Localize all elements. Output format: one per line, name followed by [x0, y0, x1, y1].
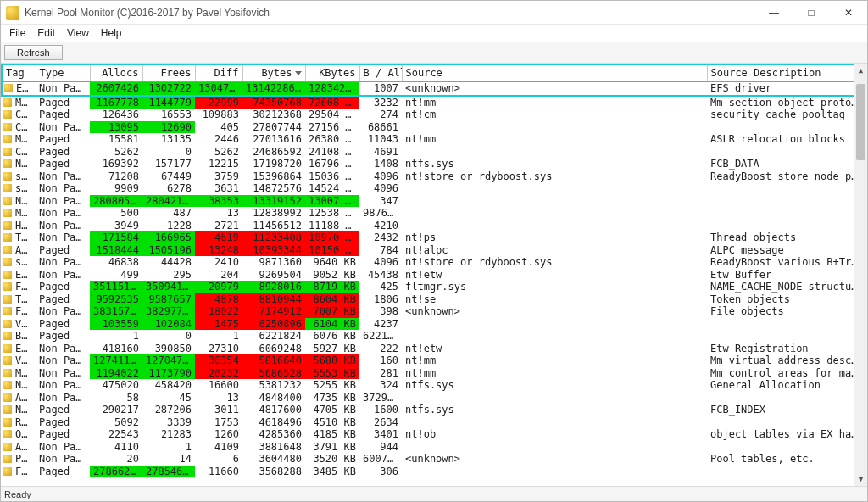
col-frees[interactable]: Frees [142, 64, 195, 81]
table-row[interactable]: CM25Paged5262052622468659224108 KB4691 [2, 146, 866, 159]
table-row[interactable]: CMScPaged126436165531098833021236829504 … [2, 109, 866, 121]
cell-frees: 45 [142, 392, 195, 404]
cell-allocs: 171584 [90, 231, 142, 244]
table-row[interactable]: BGIKPaged10162218246076 KB6221824 [2, 330, 866, 343]
table-row[interactable]: RvaLPaged50923339175346184964510 KB2634 [2, 416, 866, 429]
table-row[interactable]: EtwRNon Paged418160390850273106069248592… [2, 343, 866, 355]
cell-allocs: 58 [90, 392, 142, 404]
cell-frees: 27854608 [142, 466, 195, 478]
vertical-scrollbar[interactable]: ▲ ▼ [854, 64, 867, 486]
cell-type: Non Paged [36, 305, 90, 318]
col-tag[interactable]: Tag [2, 64, 36, 81]
cell-bytes: 3881648 [242, 441, 305, 454]
col-diff[interactable]: Diff [195, 64, 242, 81]
refresh-button[interactable]: Refresh [4, 45, 63, 60]
table-row[interactable]: smBtNon Paged4683844428241098713609640 K… [2, 256, 866, 269]
table-row[interactable]: FMfnPaged3511517735094198209798928016871… [2, 281, 866, 293]
table-row[interactable]: TokePaged95925359587657487888109448604 K… [2, 293, 866, 306]
cell-source [402, 416, 707, 429]
scroll-thumb[interactable] [856, 84, 865, 160]
table-row[interactable]: NVRMNon Paged280805242804217138353133191… [2, 195, 866, 208]
menu-edit[interactable]: Edit [32, 27, 60, 39]
col-bytes[interactable]: Bytes [242, 64, 305, 81]
cell-allocs: 3949 [90, 220, 142, 232]
header-row[interactable]: Tag Type Allocs Frees Diff Bytes KBytes … [2, 64, 866, 81]
col-allocs[interactable]: Allocs [90, 64, 142, 81]
table-row[interactable]: ObtbPaged2254321283126042853604185 KB340… [2, 428, 866, 441]
menu-file[interactable]: File [4, 27, 31, 39]
cell-bytes: 9871360 [242, 256, 305, 269]
table-row[interactable]: smNpNon Paged712086744937591539686415036… [2, 170, 866, 183]
cell-kbytes: 15036 KB [305, 170, 359, 183]
cell-balloc: 425 [359, 281, 402, 293]
table-row[interactable]: NtffPaged169392157177122151719872016796 … [2, 158, 866, 170]
cell-tag: RvaL [2, 416, 36, 429]
cell-allocs: 290217 [90, 404, 142, 416]
minimize-button[interactable]: — [755, 1, 793, 25]
cell-allocs: 22543 [90, 428, 142, 441]
table-row[interactable]: MSVDNon Paged500487131283899212538 KB987… [2, 207, 866, 220]
table-row[interactable]: PoolNon Paged2014636044803520 KB600746<u… [2, 453, 866, 466]
cell-desc: ReadyBoost various B+Tree a... [707, 256, 866, 269]
cell-diff: 2721 [195, 220, 242, 232]
table-row[interactable]: EtwBNon Paged49929520492695049052 KB4543… [2, 269, 866, 282]
table-row[interactable]: smCBNon Paged9909627836311487257614524 K… [2, 182, 866, 195]
table-row[interactable]: AthMNon Paged58451348484004735 KB372953 [2, 392, 866, 404]
cell-frees: 295 [142, 269, 195, 282]
col-type[interactable]: Type [36, 64, 90, 81]
table-row[interactable]: NtfFPaged290217287206301148176004705 KB1… [2, 404, 866, 416]
cell-kbytes: 13007 KB [305, 195, 359, 208]
cell-source: nt!alpc [402, 244, 707, 257]
col-source[interactable]: Source [402, 64, 707, 81]
table-row[interactable]: ArIcNon Paged41101410938816483791 KB944 [2, 441, 866, 454]
cell-balloc: 68661 [359, 121, 402, 134]
table-row[interactable]: ConTNon Paged13095126904052780774427156 … [2, 121, 866, 134]
col-kbytes[interactable]: KBytes [305, 64, 359, 81]
cell-desc [707, 392, 866, 404]
cell-frees: 0 [142, 146, 195, 159]
menu-view[interactable]: View [62, 27, 94, 39]
cell-source [402, 207, 707, 220]
table-row[interactable]: MmCaNon Paged119402211737902023256865285… [2, 367, 866, 380]
cell-kbytes: 4510 KB [305, 416, 359, 429]
cell-balloc: 2634 [359, 416, 402, 429]
cell-diff: 3759 [195, 170, 242, 183]
cell-kbytes: 4705 KB [305, 404, 359, 416]
table-row[interactable]: ViS4Paged103559102084147562508966104 KB4… [2, 318, 866, 331]
table-row[interactable]: EfsmNon Paged260742613027221304704131422… [2, 81, 866, 96]
maximize-button[interactable]: □ [793, 1, 830, 25]
cell-tag: MSVD [2, 207, 36, 220]
cell-allocs: 35115177 [90, 281, 142, 293]
cell-tag: Ntff [2, 158, 36, 170]
cell-allocs: 38315728 [90, 305, 142, 318]
cell-diff: 4878 [195, 293, 242, 306]
table-row[interactable]: MmStPaged1167778114477922999743507687260… [2, 96, 866, 109]
cell-source: nt!etw [402, 343, 707, 355]
table-row[interactable]: HalBNon Paged3949122827211145651211188 K… [2, 220, 866, 232]
cell-tag: smBt [2, 256, 36, 269]
table-row[interactable]: FsyvPaged2786626827854608116603568288348… [2, 466, 866, 478]
close-button[interactable]: ✕ [830, 1, 867, 25]
col-desc[interactable]: Source Description [707, 64, 866, 81]
status-bar: Ready [1, 486, 867, 501]
scroll-down-arrow[interactable]: ▼ [854, 472, 867, 486]
scroll-up-arrow[interactable]: ▲ [854, 64, 867, 77]
cell-source [402, 441, 707, 454]
cell-diff: 2446 [195, 133, 242, 146]
table-row[interactable]: Vad Non Paged127411521270479836354581664… [2, 354, 866, 367]
cell-type: Non Paged [36, 392, 90, 404]
data-grid[interactable]: Tag Type Allocs Frees Diff Bytes KBytes … [1, 64, 867, 486]
cell-type: Non Paged [36, 81, 90, 96]
menu-help[interactable]: Help [96, 27, 127, 39]
cell-desc: Mm section object prototype... [707, 96, 866, 109]
cell-bytes: 5686528 [242, 367, 305, 380]
table-row[interactable]: NtfxNon Paged475020458420166005381232525… [2, 379, 866, 392]
table-row[interactable]: FileNon Paged383157283829770618022717491… [2, 305, 866, 318]
table-row[interactable]: AlMsPaged1518444150519613248103933441015… [2, 244, 866, 257]
cell-bytes: 4285360 [242, 428, 305, 441]
cell-balloc: 11043 [359, 133, 402, 146]
table-row[interactable]: MmRePaged155811313524462701361626380 KB1… [2, 133, 866, 146]
table-row[interactable]: ThreNon Paged171584166965461911233408109… [2, 231, 866, 244]
cell-frees: 16553 [142, 109, 195, 121]
col-balloc[interactable]: B / Alloc [359, 64, 402, 81]
